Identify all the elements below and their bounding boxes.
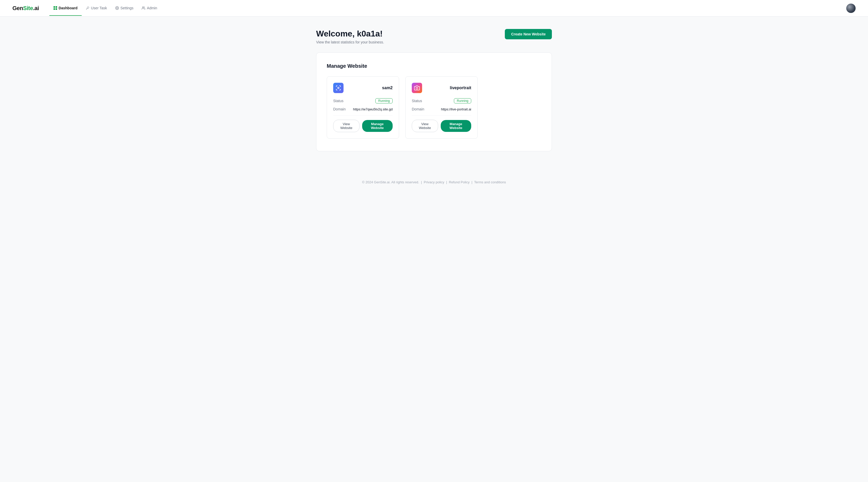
nav-item-settings[interactable]: Settings (111, 1, 138, 16)
website-card-liveportrait: liveportrait Status Running Domain https… (405, 76, 478, 139)
admin-icon (142, 6, 145, 10)
nav-label-dashboard: Dashboard (59, 6, 78, 10)
welcome-section: Welcome, k0a1a! View the latest statisti… (316, 29, 552, 44)
manage-website-panel: Manage Website (316, 53, 552, 151)
svg-point-2 (338, 87, 339, 89)
main-nav: Dashboard User Task Set (50, 1, 161, 16)
footer-privacy-link[interactable]: Privacy policy (424, 180, 444, 184)
welcome-heading: Welcome, k0a1a! (316, 29, 384, 38)
card-domain-row-liveportrait: Domain https://live-portrait.ai (412, 107, 471, 111)
card-name-sam2: sam2 (382, 86, 393, 90)
card-divider-liveportrait (412, 115, 471, 116)
view-website-button-liveportrait[interactable]: View Website (412, 120, 438, 132)
avatar[interactable] (846, 4, 856, 13)
svg-point-1 (143, 6, 144, 8)
domain-value-sam2: https://w7qwu5tv2q.site.gd (353, 107, 393, 111)
view-website-button-sam2[interactable]: View Website (333, 120, 360, 132)
manage-website-button-liveportrait[interactable]: Manage Website (441, 120, 471, 132)
logo-ai: .ai (33, 5, 39, 11)
nav-label-admin: Admin (147, 6, 157, 10)
card-name-liveportrait: liveportrait (450, 86, 471, 90)
card-actions-sam2: View Website Manage Website (333, 120, 393, 132)
website-cards-grid: sam2 Status Running Domain https://w7qwu… (327, 76, 541, 139)
create-new-website-button[interactable]: Create New Website (505, 29, 552, 39)
panel-title: Manage Website (327, 63, 541, 69)
manage-website-button-sam2[interactable]: Manage Website (362, 120, 393, 132)
grid-icon (54, 6, 57, 10)
gear-icon (115, 6, 119, 10)
domain-value-liveportrait: https://live-portrait.ai (441, 107, 471, 111)
footer-refund-link[interactable]: Refund Policy (449, 180, 470, 184)
footer: © 2024 GenSite.ai. All rights reserved. … (0, 172, 868, 192)
card-icon-sam2 (333, 83, 344, 93)
footer-terms-link[interactable]: Terms and conditions (474, 180, 506, 184)
card-header-liveportrait: liveportrait (412, 83, 471, 93)
camera-icon (414, 85, 420, 91)
logo-gen: Gen (12, 5, 23, 11)
wand-icon (86, 6, 89, 10)
main-content: Welcome, k0a1a! View the latest statisti… (310, 17, 558, 172)
nav-label-user-task: User Task (91, 6, 107, 10)
welcome-subtitle: View the latest statistics for your busi… (316, 40, 384, 44)
card-actions-liveportrait: View Website Manage Website (412, 120, 471, 132)
logo-site: Site (23, 5, 33, 11)
header: GenSite.ai Dashboard User Task (0, 0, 868, 17)
card-status-row-sam2: Status Running (333, 98, 393, 103)
card-status-row-liveportrait: Status Running (412, 98, 471, 103)
logo: GenSite.ai (12, 5, 39, 12)
domain-label-sam2: Domain (333, 107, 346, 111)
sam2-icon-glyph (336, 85, 341, 91)
svg-point-3 (416, 87, 418, 89)
svg-point-0 (117, 7, 118, 8)
website-card-sam2: sam2 Status Running Domain https://w7qwu… (327, 76, 399, 139)
card-divider-sam2 (333, 115, 393, 116)
nav-item-user-task[interactable]: User Task (82, 1, 111, 16)
card-domain-row-sam2: Domain https://w7qwu5tv2q.site.gd (333, 107, 393, 111)
nav-item-admin[interactable]: Admin (137, 1, 161, 16)
status-label-sam2: Status (333, 99, 344, 103)
status-badge-sam2: Running (375, 98, 393, 103)
card-icon-liveportrait (412, 83, 422, 93)
footer-copyright: © 2024 GenSite.ai. All rights reserved. (362, 180, 419, 184)
welcome-text: Welcome, k0a1a! View the latest statisti… (316, 29, 384, 44)
status-badge-liveportrait: Running (454, 98, 471, 103)
header-left: GenSite.ai Dashboard User Task (12, 1, 161, 16)
card-header-sam2: sam2 (333, 83, 393, 93)
domain-label-liveportrait: Domain (412, 107, 424, 111)
avatar-image (846, 4, 856, 13)
nav-item-dashboard[interactable]: Dashboard (50, 1, 82, 16)
status-label-liveportrait: Status (412, 99, 422, 103)
nav-label-settings: Settings (120, 6, 134, 10)
